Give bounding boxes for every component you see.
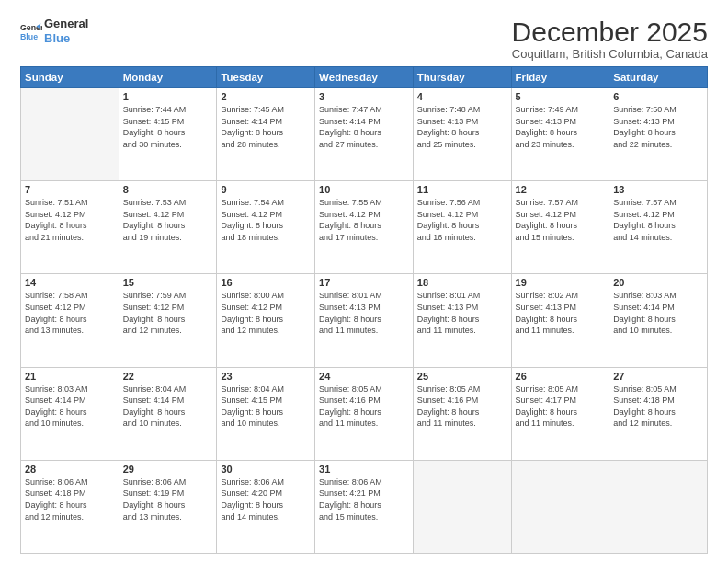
page: General Blue General Blue December 2025 … <box>0 0 728 563</box>
day-info: Sunrise: 8:00 AMSunset: 4:12 PMDaylight:… <box>221 290 311 336</box>
day-info: Sunrise: 8:05 AMSunset: 4:17 PMDaylight:… <box>516 384 606 430</box>
logo-line1: General <box>44 17 108 31</box>
calendar-cell: 16Sunrise: 8:00 AMSunset: 4:12 PMDayligh… <box>217 274 315 367</box>
main-title: December 2025 <box>512 17 708 47</box>
calendar-cell: 18Sunrise: 8:01 AMSunset: 4:13 PMDayligh… <box>413 274 511 367</box>
day-number: 10 <box>319 184 409 195</box>
header-day-tuesday: Tuesday <box>217 67 315 88</box>
day-info: Sunrise: 7:51 AMSunset: 4:12 PMDaylight:… <box>25 197 115 243</box>
day-info: Sunrise: 7:53 AMSunset: 4:12 PMDaylight:… <box>123 197 213 243</box>
calendar-header-row: SundayMondayTuesdayWednesdayThursdayFrid… <box>21 67 708 88</box>
calendar-cell: 1Sunrise: 7:44 AMSunset: 4:15 PMDaylight… <box>119 88 217 181</box>
header-day-saturday: Saturday <box>609 67 708 88</box>
day-info: Sunrise: 8:02 AMSunset: 4:13 PMDaylight:… <box>516 290 606 336</box>
calendar-table: SundayMondayTuesdayWednesdayThursdayFrid… <box>20 66 708 554</box>
calendar-cell: 2Sunrise: 7:45 AMSunset: 4:14 PMDaylight… <box>217 88 315 181</box>
day-number: 28 <box>25 464 115 475</box>
title-block: December 2025 Coquitlam, British Columbi… <box>512 17 708 61</box>
day-info: Sunrise: 8:03 AMSunset: 4:14 PMDaylight:… <box>613 290 703 336</box>
header-day-wednesday: Wednesday <box>315 67 414 88</box>
day-number: 21 <box>25 371 115 382</box>
day-number: 7 <box>25 184 115 195</box>
subtitle: Coquitlam, British Columbia, Canada <box>512 47 708 61</box>
calendar-cell: 4Sunrise: 7:48 AMSunset: 4:13 PMDaylight… <box>413 88 511 181</box>
calendar-cell: 31Sunrise: 8:06 AMSunset: 4:21 PMDayligh… <box>315 460 414 553</box>
day-info: Sunrise: 8:01 AMSunset: 4:13 PMDaylight:… <box>319 290 409 336</box>
calendar-cell: 17Sunrise: 8:01 AMSunset: 4:13 PMDayligh… <box>315 274 414 367</box>
logo-line2: Blue <box>44 31 108 46</box>
header-day-sunday: Sunday <box>21 67 119 88</box>
calendar-cell: 5Sunrise: 7:49 AMSunset: 4:13 PMDaylight… <box>511 88 609 181</box>
day-number: 24 <box>319 371 409 382</box>
calendar-cell: 11Sunrise: 7:56 AMSunset: 4:12 PMDayligh… <box>413 181 511 274</box>
day-info: Sunrise: 7:54 AMSunset: 4:12 PMDaylight:… <box>221 197 311 243</box>
calendar-cell <box>511 460 609 553</box>
day-number: 9 <box>221 184 311 195</box>
day-number: 30 <box>221 464 311 475</box>
day-number: 13 <box>613 184 703 195</box>
day-number: 17 <box>319 277 409 288</box>
day-info: Sunrise: 7:48 AMSunset: 4:13 PMDaylight:… <box>417 104 507 150</box>
calendar-cell <box>609 460 708 553</box>
day-info: Sunrise: 7:59 AMSunset: 4:12 PMDaylight:… <box>123 290 213 336</box>
calendar-cell: 25Sunrise: 8:05 AMSunset: 4:16 PMDayligh… <box>413 367 511 460</box>
logo-icon: General Blue <box>20 20 42 42</box>
calendar-cell: 10Sunrise: 7:55 AMSunset: 4:12 PMDayligh… <box>315 181 414 274</box>
day-number: 14 <box>25 277 115 288</box>
calendar-cell: 7Sunrise: 7:51 AMSunset: 4:12 PMDaylight… <box>21 181 119 274</box>
calendar-cell: 3Sunrise: 7:47 AMSunset: 4:14 PMDaylight… <box>315 88 414 181</box>
calendar-cell: 26Sunrise: 8:05 AMSunset: 4:17 PMDayligh… <box>511 367 609 460</box>
calendar-cell: 6Sunrise: 7:50 AMSunset: 4:13 PMDaylight… <box>609 88 708 181</box>
day-info: Sunrise: 8:06 AMSunset: 4:18 PMDaylight:… <box>25 477 115 523</box>
calendar-cell: 9Sunrise: 7:54 AMSunset: 4:12 PMDaylight… <box>217 181 315 274</box>
day-info: Sunrise: 7:47 AMSunset: 4:14 PMDaylight:… <box>319 104 409 150</box>
calendar-cell <box>413 460 511 553</box>
week-row-5: 28Sunrise: 8:06 AMSunset: 4:18 PMDayligh… <box>21 460 708 553</box>
week-row-1: 1Sunrise: 7:44 AMSunset: 4:15 PMDaylight… <box>21 88 708 181</box>
day-info: Sunrise: 7:58 AMSunset: 4:12 PMDaylight:… <box>25 290 115 336</box>
day-info: Sunrise: 8:04 AMSunset: 4:14 PMDaylight:… <box>123 384 213 430</box>
day-number: 12 <box>516 184 606 195</box>
day-info: Sunrise: 8:05 AMSunset: 4:16 PMDaylight:… <box>417 384 507 430</box>
header-day-monday: Monday <box>119 67 217 88</box>
week-row-4: 21Sunrise: 8:03 AMSunset: 4:14 PMDayligh… <box>21 367 708 460</box>
day-number: 29 <box>123 464 213 475</box>
header-day-friday: Friday <box>511 67 609 88</box>
day-info: Sunrise: 8:05 AMSunset: 4:18 PMDaylight:… <box>613 384 703 430</box>
day-info: Sunrise: 7:56 AMSunset: 4:12 PMDaylight:… <box>417 197 507 243</box>
day-number: 23 <box>221 371 311 382</box>
calendar-cell: 13Sunrise: 7:57 AMSunset: 4:12 PMDayligh… <box>609 181 708 274</box>
day-info: Sunrise: 8:04 AMSunset: 4:15 PMDaylight:… <box>221 384 311 430</box>
day-number: 22 <box>123 371 213 382</box>
day-number: 27 <box>613 371 703 382</box>
calendar-cell: 28Sunrise: 8:06 AMSunset: 4:18 PMDayligh… <box>21 460 119 553</box>
calendar-cell: 14Sunrise: 7:58 AMSunset: 4:12 PMDayligh… <box>21 274 119 367</box>
day-info: Sunrise: 7:57 AMSunset: 4:12 PMDaylight:… <box>613 197 703 243</box>
day-number: 18 <box>417 277 507 288</box>
day-number: 16 <box>221 277 311 288</box>
header: General Blue General Blue December 2025 … <box>20 17 708 61</box>
calendar-cell: 23Sunrise: 8:04 AMSunset: 4:15 PMDayligh… <box>217 367 315 460</box>
calendar-cell: 12Sunrise: 7:57 AMSunset: 4:12 PMDayligh… <box>511 181 609 274</box>
svg-text:Blue: Blue <box>20 31 38 40</box>
day-info: Sunrise: 8:01 AMSunset: 4:13 PMDaylight:… <box>417 290 507 336</box>
day-number: 31 <box>319 464 409 475</box>
day-info: Sunrise: 7:45 AMSunset: 4:14 PMDaylight:… <box>221 104 311 150</box>
day-number: 1 <box>123 91 213 102</box>
day-number: 26 <box>516 371 606 382</box>
calendar-cell <box>21 88 119 181</box>
calendar-cell: 22Sunrise: 8:04 AMSunset: 4:14 PMDayligh… <box>119 367 217 460</box>
week-row-2: 7Sunrise: 7:51 AMSunset: 4:12 PMDaylight… <box>21 181 708 274</box>
logo: General Blue General Blue <box>20 17 108 45</box>
day-number: 8 <box>123 184 213 195</box>
day-number: 25 <box>417 371 507 382</box>
day-info: Sunrise: 7:55 AMSunset: 4:12 PMDaylight:… <box>319 197 409 243</box>
day-number: 4 <box>417 91 507 102</box>
day-number: 11 <box>417 184 507 195</box>
header-day-thursday: Thursday <box>413 67 511 88</box>
calendar-cell: 20Sunrise: 8:03 AMSunset: 4:14 PMDayligh… <box>609 274 708 367</box>
day-info: Sunrise: 7:49 AMSunset: 4:13 PMDaylight:… <box>516 104 606 150</box>
day-number: 15 <box>123 277 213 288</box>
week-row-3: 14Sunrise: 7:58 AMSunset: 4:12 PMDayligh… <box>21 274 708 367</box>
day-number: 19 <box>516 277 606 288</box>
